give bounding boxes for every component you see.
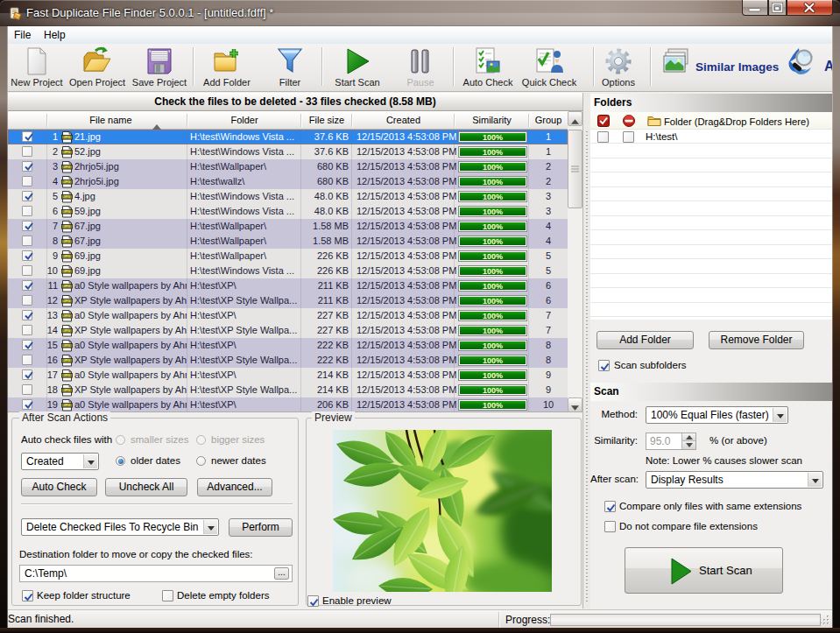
svg-text:JPG: JPG: [64, 194, 71, 199]
svg-text:JPG: JPG: [64, 373, 71, 377]
svg-text:JPG: JPG: [64, 269, 71, 273]
svg-text:JPG: JPG: [64, 239, 71, 243]
svg-text:JPG: JPG: [64, 179, 71, 184]
svg-text:JPG: JPG: [64, 328, 71, 333]
svg-text:JPG: JPG: [64, 343, 71, 348]
svg-text:JPG: JPG: [64, 224, 71, 229]
svg-text:JPG: JPG: [64, 403, 71, 407]
svg-text:JPG: JPG: [64, 358, 71, 362]
svg-text:JPG: JPG: [64, 388, 71, 392]
svg-text:JPG: JPG: [64, 165, 71, 169]
svg-text:JPG: JPG: [64, 313, 71, 318]
svg-text:JPG: JPG: [64, 299, 71, 303]
svg-text:JPG: JPG: [64, 284, 71, 288]
svg-text:JPG: JPG: [64, 135, 71, 139]
svg-text:JPG: JPG: [64, 150, 71, 154]
svg-text:JPG: JPG: [64, 209, 71, 214]
svg-text:JPG: JPG: [64, 254, 71, 258]
